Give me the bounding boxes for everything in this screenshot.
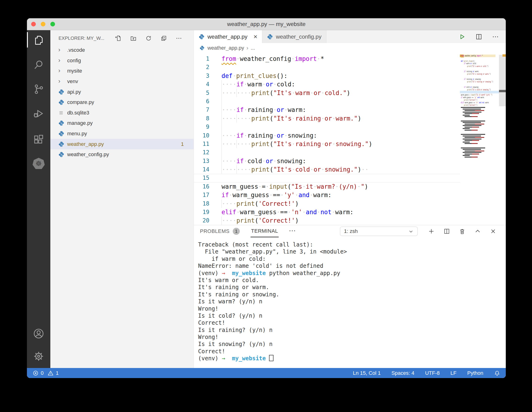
breadcrumb-file[interactable]: weather_app.py: [208, 45, 244, 51]
file-label: api.py: [67, 89, 81, 95]
new-file-icon[interactable]: [115, 35, 121, 41]
line-number: 4: [194, 80, 209, 88]
zoom-window-button[interactable]: [50, 22, 55, 27]
screenshot-root: weather_app.py — my_website: [0, 0, 532, 412]
line-number: 2: [194, 63, 209, 71]
bottom-panel: PROBLEMS 1 TERMINAL ⋯ 1: zsh: [194, 225, 506, 368]
editor-group: weather_app.py × weather_config.py ⋯: [194, 30, 506, 368]
file-tree-item-api-py[interactable]: api.py: [50, 87, 194, 97]
explorer-title: EXPLORER: MY_W...: [58, 36, 104, 41]
file-tree-item-weather_app-py[interactable]: weather_app.py1: [50, 139, 194, 149]
split-editor-icon[interactable]: [475, 33, 482, 40]
language-mode[interactable]: Python: [467, 370, 484, 376]
status-bar: 0 1 Ln 15, Col 1 Spaces: 4 UTF-8 LF Pyth…: [27, 368, 506, 378]
split-terminal-icon[interactable]: [444, 228, 450, 234]
tab-weather-config[interactable]: weather_config.py: [262, 30, 326, 43]
line-number: 18: [194, 199, 209, 208]
notifications-bell-icon[interactable]: [494, 370, 500, 376]
run-icon[interactable]: [458, 33, 466, 40]
minimap-overflow-code: [461, 107, 498, 161]
kill-terminal-icon[interactable]: [459, 228, 466, 234]
file-label: manage.py: [67, 120, 93, 126]
terminal-line: (venv) → my_website: [198, 355, 506, 362]
tab-weather-app[interactable]: weather_app.py ×: [194, 30, 262, 43]
python-file-icon: [58, 120, 67, 126]
maximize-panel-icon[interactable]: [475, 228, 481, 234]
collapse-folders-icon[interactable]: [161, 35, 167, 41]
terminal-line: It's raining or snowing.: [198, 291, 506, 298]
close-tab-icon[interactable]: ×: [254, 33, 257, 40]
settings-gear-icon[interactable]: [27, 349, 50, 363]
chevron-down-icon: [408, 228, 414, 234]
close-window-button[interactable]: [31, 22, 36, 27]
new-terminal-icon[interactable]: [428, 228, 435, 234]
errors-icon: [33, 370, 39, 376]
file-tree-item-venv[interactable]: ›venv: [50, 76, 194, 87]
file-tree-item-compare-py[interactable]: compare.py: [50, 97, 194, 108]
file-tree-item-menu-py[interactable]: menu.py: [50, 129, 194, 139]
line-number: 12: [194, 148, 209, 157]
search-icon[interactable]: [27, 58, 50, 72]
status-bar-right: Ln 15, Col 1 Spaces: 4 UTF-8 LF Python: [353, 370, 500, 376]
extensions-icon[interactable]: [27, 132, 50, 146]
refresh-icon[interactable]: [145, 35, 152, 41]
explorer-sidebar: EXPLORER: MY_W... ⋯ ›.vscode›config›mysi…: [50, 30, 194, 368]
more-actions-icon[interactable]: ⋯: [492, 33, 499, 40]
explorer-icon[interactable]: [27, 33, 50, 47]
terminal-line: Correct!: [198, 319, 506, 326]
minimize-window-button[interactable]: [41, 22, 45, 27]
minimap[interactable]: from weather_config import *def print_cl…: [460, 55, 499, 224]
new-folder-icon[interactable]: [130, 35, 136, 41]
code-line: 3def·print_clues():: [194, 72, 372, 80]
helm-wheel-icon: ☸: [33, 158, 45, 169]
tab-terminal[interactable]: TERMINAL: [251, 225, 278, 237]
file-tree-item-manage-py[interactable]: manage.py: [50, 118, 194, 129]
scrollbar-thumb[interactable]: [499, 55, 506, 106]
code-line: def print_clues():: [461, 60, 499, 62]
source-control-icon[interactable]: [27, 82, 50, 96]
breadcrumb: weather_app.py › ...: [194, 43, 506, 53]
terminal-line: if warm or cold:: [198, 255, 506, 262]
code-line: 7····if·raining·or·warm:: [194, 106, 372, 114]
vscode-window: weather_app.py — my_website: [27, 18, 506, 378]
terminal-line: (venv) → my_website python weather_app.p…: [198, 270, 506, 277]
breadcrumb-more[interactable]: ...: [251, 45, 255, 51]
tab-label: weather_config.py: [276, 33, 322, 40]
chevron-right-icon: ›: [58, 68, 67, 74]
explorer-header: EXPLORER: MY_W... ⋯: [58, 33, 194, 43]
code-editor[interactable]: 1from·weather_config·import·*23def·print…: [194, 53, 506, 225]
encoding[interactable]: UTF-8: [425, 370, 439, 376]
terminal-line: It's warm or cold.: [198, 277, 506, 284]
kubernetes-icon[interactable]: ☸: [27, 156, 50, 170]
terminal-line: Wrong!: [198, 305, 506, 312]
modified-badge: 1: [181, 141, 184, 147]
close-panel-icon[interactable]: [490, 228, 496, 234]
database-file-icon: [58, 110, 67, 116]
eol-sequence[interactable]: LF: [450, 370, 456, 376]
account-icon[interactable]: [27, 327, 50, 341]
file-tree-item-weather_config-py[interactable]: weather_config.py: [50, 149, 194, 160]
tab-label: weather_app.py: [208, 33, 247, 40]
indentation[interactable]: Spaces: 4: [391, 370, 414, 376]
code-line: if raining or snowing:: [461, 78, 499, 81]
more-actions-icon[interactable]: ⋯: [289, 226, 296, 234]
code-line: 2: [194, 63, 372, 71]
tab-bar: weather_app.py × weather_config.py ⋯: [194, 30, 506, 43]
tab-problems[interactable]: PROBLEMS 1: [200, 225, 240, 237]
terminal-output[interactable]: Traceback (most recent call last): File …: [194, 237, 506, 368]
more-actions-icon[interactable]: ⋯: [176, 35, 182, 42]
terminal-selector[interactable]: 1: zsh: [340, 227, 418, 236]
file-label: weather_config.py: [67, 151, 109, 158]
file-tree-item-config[interactable]: ›config: [50, 56, 194, 66]
problems-status[interactable]: 0 1: [33, 370, 59, 376]
file-tree-item-db-sqlite3[interactable]: db.sqlite3: [50, 108, 194, 118]
code-line: 1from·weather_config·import·*: [194, 55, 372, 63]
terminal-selector-value: 1: zsh: [344, 228, 358, 234]
line-number: 14: [194, 165, 209, 174]
code-line: print('Correct!'): [461, 104, 499, 106]
file-tree-item--vscode[interactable]: ›.vscode: [50, 45, 194, 56]
file-tree-item-mysite[interactable]: ›mysite: [50, 66, 194, 76]
cursor-position[interactable]: Ln 15, Col 1: [353, 370, 381, 376]
run-debug-icon[interactable]: [27, 106, 50, 121]
code-line: print("It's raining or snowing."): [461, 81, 499, 83]
